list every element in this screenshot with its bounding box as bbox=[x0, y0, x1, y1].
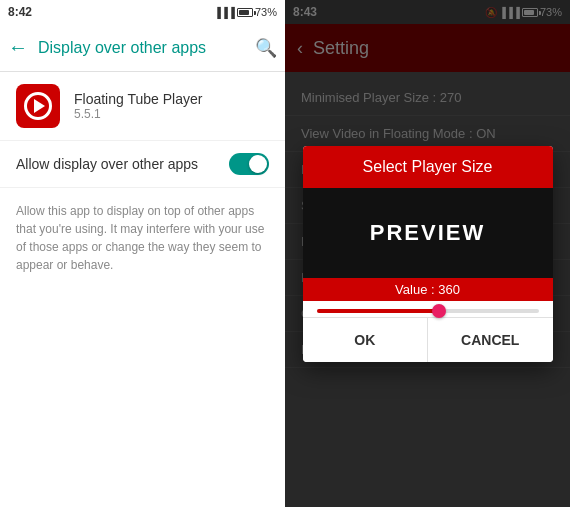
left-status-icons: ▐▐▐ 73% bbox=[214, 6, 277, 18]
dialog-overlay: Select Player Size PREVIEW Value : 360 O… bbox=[285, 0, 570, 507]
dialog-buttons: OK CANCEL bbox=[303, 317, 553, 362]
slider-fill bbox=[317, 309, 439, 313]
search-icon-left[interactable]: 🔍 bbox=[255, 37, 277, 59]
app-name: Floating Tube Player bbox=[74, 91, 202, 107]
left-top-bar: ← Display over other apps 🔍 bbox=[0, 24, 285, 72]
left-panel: 8:42 ▐▐▐ 73% ← Display over other apps 🔍… bbox=[0, 0, 285, 507]
dialog-slider-row bbox=[303, 301, 553, 317]
back-button-left[interactable]: ← bbox=[8, 36, 28, 59]
battery-icon-left bbox=[237, 7, 253, 18]
play-icon bbox=[34, 99, 45, 113]
left-page-title: Display over other apps bbox=[38, 39, 245, 57]
dialog-preview-area: PREVIEW bbox=[303, 188, 553, 278]
allow-display-toggle[interactable] bbox=[229, 153, 269, 175]
slider-track[interactable] bbox=[317, 309, 539, 313]
app-info: Floating Tube Player 5.5.1 bbox=[74, 91, 202, 121]
app-icon-inner bbox=[24, 92, 52, 120]
dialog-title: Select Player Size bbox=[303, 146, 553, 188]
left-time: 8:42 bbox=[8, 5, 32, 19]
app-item: Floating Tube Player 5.5.1 bbox=[0, 72, 285, 140]
app-icon bbox=[16, 84, 60, 128]
signal-icon: ▐▐▐ bbox=[214, 7, 235, 18]
toggle-knob bbox=[249, 155, 267, 173]
ok-button[interactable]: OK bbox=[303, 318, 429, 362]
left-status-bar: 8:42 ▐▐▐ 73% bbox=[0, 0, 285, 24]
select-player-size-dialog: Select Player Size PREVIEW Value : 360 O… bbox=[303, 146, 553, 362]
toggle-row[interactable]: Allow display over other apps bbox=[0, 140, 285, 188]
toggle-label: Allow display over other apps bbox=[16, 156, 198, 172]
battery-percent-left: 73% bbox=[255, 6, 277, 18]
right-panel: 8:43 🔕 ▐▐▐ 73% ‹ Setting Minimised Playe… bbox=[285, 0, 570, 507]
slider-thumb[interactable] bbox=[432, 304, 446, 318]
cancel-button[interactable]: CANCEL bbox=[428, 318, 553, 362]
app-version: 5.5.1 bbox=[74, 107, 202, 121]
dialog-value-label: Value : 360 bbox=[303, 278, 553, 301]
preview-text: PREVIEW bbox=[370, 220, 485, 246]
permission-description: Allow this app to display on top of othe… bbox=[0, 188, 285, 288]
